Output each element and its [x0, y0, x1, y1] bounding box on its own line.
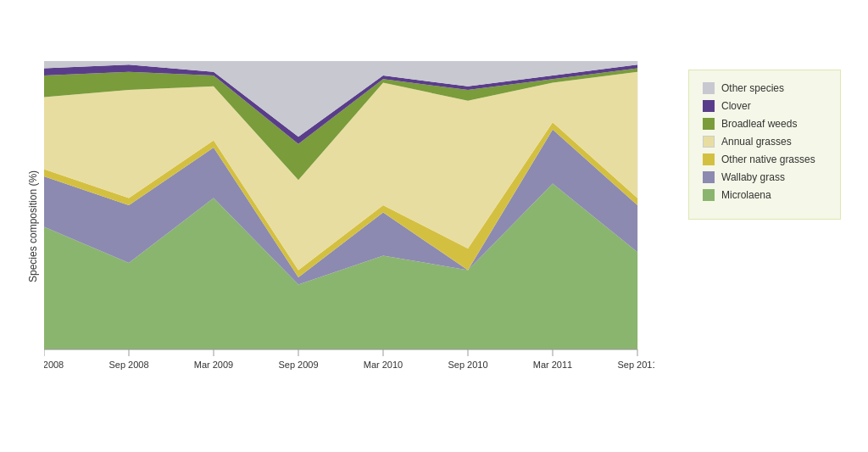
svg-text:Sep 2008: Sep 2008 — [108, 360, 148, 370]
legend-label-other-native: Other native grasses — [721, 153, 815, 165]
legend-label-annual: Annual grasses — [721, 136, 792, 148]
legend-item-microlaena: Microlaena — [703, 189, 826, 201]
annual-swatch — [703, 136, 715, 148]
legend-label-wallaby: Wallaby grass — [721, 171, 785, 183]
legend-item-broadleaf: Broadleaf weeds — [703, 118, 826, 130]
legend-label-broadleaf: Broadleaf weeds — [721, 118, 797, 130]
chart-area: 20 40 60 80 100 — [44, 61, 673, 392]
legend-item-wallaby: Wallaby grass — [703, 171, 826, 183]
microlaena-swatch — [703, 189, 715, 201]
legend-label-clover: Clover — [721, 100, 751, 112]
chart-container: Species composition (%) — [27, 23, 841, 430]
chart-and-legend: 20 40 60 80 100 — [44, 61, 841, 392]
legend-item-clover: Clover — [703, 100, 826, 112]
legend: Other species Clover Broadleaf weeds Ann… — [688, 70, 841, 220]
legend-item-other-native: Other native grasses — [703, 153, 826, 165]
y-axis-label: Species composition (%) — [27, 142, 39, 311]
legend-item-annual: Annual grasses — [703, 136, 826, 148]
other-native-swatch — [703, 153, 715, 165]
svg-text:Mar 2009: Mar 2009 — [194, 360, 233, 370]
svg-text:Mar 2010: Mar 2010 — [364, 360, 403, 370]
svg-text:Sep 2011: Sep 2011 — [617, 360, 654, 370]
svg-text:Sep 2010: Sep 2010 — [448, 360, 487, 370]
wallaby-swatch — [703, 171, 715, 183]
broadleaf-swatch — [703, 118, 715, 130]
svg-wrapper: 20 40 60 80 100 — [44, 61, 673, 392]
clover-swatch — [703, 100, 715, 112]
other-species-swatch — [703, 82, 715, 94]
legend-label-other-species: Other species — [721, 82, 784, 94]
legend-label-microlaena: Microlaena — [721, 189, 771, 201]
svg-text:Mar 2008: Mar 2008 — [44, 360, 64, 370]
svg-text:Sep 2009: Sep 2009 — [278, 360, 318, 370]
legend-item-other-species: Other species — [703, 82, 826, 94]
svg-text:Mar 2011: Mar 2011 — [533, 360, 572, 370]
